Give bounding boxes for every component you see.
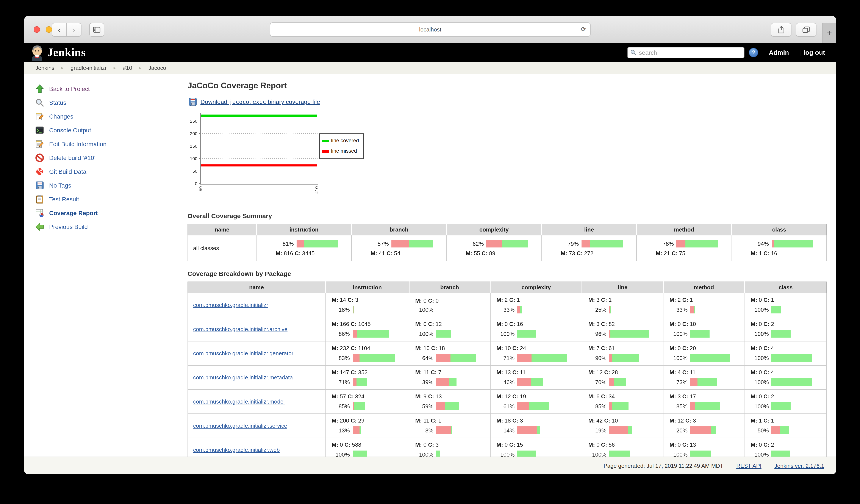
user-link[interactable]: Admin [769, 49, 789, 56]
svg-text:0: 0 [195, 181, 198, 186]
sidebar-item-console-output[interactable]: Console Output [34, 123, 187, 137]
coverage-percent: 90% [587, 355, 606, 361]
missed-covered-values: M: 11 C: 7 [415, 369, 485, 375]
package-link[interactable]: com.bmuschko.gradle.initializr.service [193, 422, 287, 429]
terminal-icon [35, 126, 44, 135]
coverage-percent: 8% [415, 427, 433, 433]
jenkins-version-link[interactable]: Jenkins ver. 2.176.1 [774, 462, 824, 469]
forward-button[interactable]: › [67, 23, 82, 37]
package-link[interactable]: com.bmuschko.gradle.initializr.archive [193, 326, 288, 332]
package-metric-cell: M: 9 C: 1359% [409, 390, 490, 414]
search-input[interactable] [638, 48, 742, 56]
report-icon [34, 208, 45, 218]
coverage-bar-row: 100% [750, 402, 821, 410]
rest-api-link[interactable]: REST API [736, 462, 761, 469]
sidebar-item-label: No Tags [49, 182, 71, 189]
breadcrumb-item[interactable]: gradle-initializr [71, 64, 107, 71]
package-metric-cell: M: 12 C: 2870% [582, 365, 663, 390]
forbidden-icon [34, 153, 45, 163]
coverage-bar [609, 354, 639, 362]
package-link[interactable]: com.bmuschko.gradle.initializr.web [193, 447, 280, 453]
sidebar-item-label: Git Build Data [49, 168, 86, 175]
missed-covered-values: M: 4 C: 11 [670, 369, 739, 375]
missed-bar-segment [609, 378, 614, 386]
sidebar-item-coverage-report[interactable]: Coverage Report [34, 206, 187, 220]
breadcrumb-item[interactable]: Jacoco [148, 64, 166, 71]
sidebar-toggle-button[interactable] [89, 23, 104, 37]
sidebar-item-previous-build[interactable]: Previous Build [34, 220, 187, 234]
sidebar-item-git-build-data[interactable]: Git Build Data [34, 165, 187, 178]
notepad-icon [35, 139, 44, 149]
coverage-bar [517, 306, 521, 314]
missed-covered-values: M: 7 C: 61 [588, 345, 658, 351]
coverage-percent: 61% [496, 403, 515, 409]
new-tab-button[interactable]: + [822, 23, 836, 43]
package-name-cell: com.bmuschko.gradle.initializr.metadata [188, 365, 326, 390]
back-button[interactable]: ‹ [52, 23, 67, 37]
coverage-bar-row: 25% [587, 306, 658, 314]
missed-covered-values: M: 0 C: 20 [670, 345, 739, 351]
tabs-overview-button[interactable] [796, 23, 816, 37]
left-arrow-icon [34, 221, 45, 232]
svg-text:line covered: line covered [331, 138, 359, 143]
missed-covered-values: M: 3 C: 1 [588, 297, 658, 303]
missed-bar-segment [581, 240, 590, 247]
coverage-bar-row: 100% [750, 378, 821, 386]
floppy-icon [34, 180, 45, 190]
sidebar-item-delete-build-10[interactable]: Delete build ‘#10’ [34, 151, 187, 165]
package-metric-cell: M: 3 C: 1785% [663, 390, 744, 414]
help-icon[interactable]: ? [749, 48, 759, 57]
sidebar-item-back-to-project[interactable]: Back to Project [34, 82, 187, 96]
coverage-bar-row: 14% [496, 427, 577, 434]
package-metric-cell: M: 0 C: 12100% [409, 317, 490, 341]
notepad-icon [35, 112, 44, 121]
missed-bar-segment [690, 402, 695, 410]
sidebar-item-test-result[interactable]: Test Result [34, 192, 187, 206]
coverage-bar [690, 402, 720, 410]
sidebar-item-changes[interactable]: Changes [34, 110, 187, 123]
address-bar[interactable]: localhost ⟳ [270, 23, 591, 37]
breadcrumb-item[interactable]: #10 [123, 64, 132, 71]
package-link[interactable]: com.bmuschko.gradle.initializr [193, 302, 268, 308]
coverage-bar-row: 85% [331, 402, 404, 410]
summary-row-name: all classes [188, 235, 257, 261]
breakdown-title: Coverage Breakdown by Package [187, 270, 827, 277]
missed-covered-values: M: 0 C: 56 [588, 442, 658, 448]
coverage-bar [296, 240, 338, 247]
jenkins-brand[interactable]: Jenkins [30, 44, 86, 61]
coverage-bar [690, 354, 730, 362]
package-link[interactable]: com.bmuschko.gradle.initializr.generator [193, 350, 293, 357]
page-title: JaCoCo Coverage Report [187, 81, 827, 90]
coverage-percent: 39% [415, 379, 433, 385]
coverage-bar [609, 306, 611, 314]
minimize-window-button[interactable] [46, 26, 52, 33]
coverage-bar [690, 427, 716, 434]
coverage-percent: 100% [750, 330, 769, 337]
missed-covered-values: M: 200 C: 29 [332, 417, 404, 424]
download-link[interactable]: Download jacoco.exec binary coverage fil… [200, 98, 320, 105]
sidebar-item-status[interactable]: Status [34, 96, 187, 110]
missed-bar-segment [609, 306, 611, 314]
sidebar-item-edit-build-information[interactable]: Edit Build Information [34, 137, 187, 151]
package-metric-cell: M: 0 C: 2100% [744, 390, 827, 414]
close-window-button[interactable] [34, 26, 40, 33]
missed-covered-values: M: 12 C: 3 [670, 417, 739, 424]
reload-icon[interactable]: ⟳ [581, 26, 586, 33]
coverage-bar [771, 330, 791, 337]
missed-covered-values: M: 0 C: 1 [751, 297, 821, 303]
coverage-percent: 100% [750, 379, 769, 385]
share-button[interactable] [771, 23, 791, 37]
search-box[interactable] [628, 47, 745, 58]
sidebar-item-no-tags[interactable]: No Tags [34, 178, 187, 192]
breadcrumb-item[interactable]: Jenkins [35, 64, 54, 71]
summary-metric-cell: 78%M: 21 C: 75 [636, 235, 732, 261]
column-header-name: name [188, 224, 257, 235]
package-link[interactable]: com.bmuschko.gradle.initializr.model [193, 398, 285, 405]
coverage-percent: 94% [750, 240, 769, 247]
package-metric-cell: M: 4 C: 1173% [663, 365, 744, 390]
package-metric-cell: M: 14 C: 318% [326, 293, 409, 317]
missed-covered-values: M: 12 C: 28 [588, 369, 658, 375]
package-link[interactable]: com.bmuschko.gradle.initializr.metadata [193, 374, 293, 381]
magnifier-icon [35, 98, 44, 107]
logout-link[interactable]: |log out [800, 49, 825, 56]
